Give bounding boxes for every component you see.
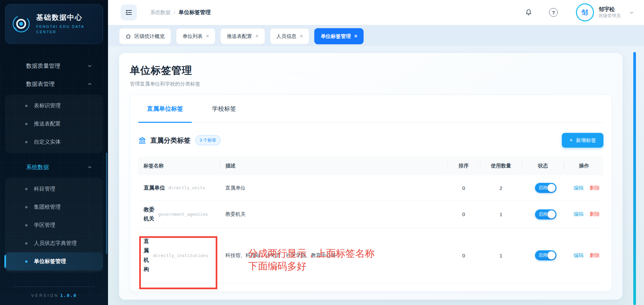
tab-label: 直属单位标签 [147,105,183,113]
add-tag-button[interactable]: + 新增标签 [562,133,603,148]
toggle-knob [547,251,555,259]
app-logo: 基础数据中心 FENGTAI EDU DATA CENTER [5,4,103,44]
chevron-down-icon[interactable] [629,10,634,15]
delete-button[interactable]: 删除 [590,185,600,191]
user-name: 邹宇松 [599,6,621,13]
breadcrumb-parent[interactable]: 系统数据 [150,9,170,16]
close-icon[interactable]: × [300,33,303,39]
sidebar-item-system-data[interactable]: 系统数据 [0,159,108,175]
page-subtitle: 管理直属单位和学校的分类标签 [130,81,612,87]
plus-icon: + [569,137,573,144]
bullet-icon [25,242,28,245]
cell-tag-name: 直属单位 directly_units [138,184,220,192]
col-header-sort: 排序 [447,156,480,175]
cell-actions: 编辑 删除 [564,211,604,217]
sidebar-item-unit-tags[interactable]: 单位标签管理 [5,252,103,270]
cell-sort: 0 [447,253,480,258]
status-label: 启用 [539,185,547,191]
sidebar-item-label: 单位标签管理 [34,258,66,265]
tag-code: government_agencies [158,212,208,217]
tab-push-config[interactable]: 推送表配置 × [220,28,265,44]
tab-label: 单位标签管理 [321,33,351,40]
toggle-knob [547,210,555,218]
tag-code: directly_institutions [153,253,208,258]
bullet-icon [25,123,28,125]
breadcrumb-current: 单位标签管理 [178,9,211,16]
notification-bell-button[interactable] [525,9,532,16]
chevron-down-icon [88,64,92,68]
toggle-knob [547,184,555,192]
cell-usage: 1 [480,253,522,258]
version-info: VERSION 1.0.0 [0,287,108,305]
breadcrumb: 系统数据 / 单位标签管理 [150,9,211,16]
tab-label: 区级统计概览 [135,33,165,40]
delete-button[interactable]: 删除 [590,211,600,217]
table-row: 直属单位 directly_units 直属单位 0 2 启用 [138,175,603,201]
edit-button[interactable]: 编辑 [574,185,584,191]
tag-code: directly_units [168,185,205,190]
tab-label: 人员信息 [276,33,297,40]
cell-desc: 教委机关 [220,211,447,217]
version-label: VERSION [31,293,59,298]
user-role: 区级管理员 [599,13,621,19]
tab-unit-tags[interactable]: 单位标签管理 × [314,28,364,44]
tag-count-badge: 3 个标签 [195,135,221,145]
table-row: 直属机构 directly_institutions 科技馆、科技站、少年宫、社… [138,228,603,283]
edit-button[interactable]: 编辑 [574,211,584,217]
status-toggle[interactable]: 启用 [535,250,556,260]
avatar[interactable]: 邹 [576,3,594,21]
tag-name: 直属机构 [144,237,150,274]
page-card: 单位标签管理 管理直属单位和学校的分类标签 直属单位标签 学校标签 [119,53,623,300]
cell-status: 启用 [522,183,564,193]
tab-direct-unit-tags[interactable]: 直属单位标签 [138,95,192,122]
bank-icon [138,136,146,144]
logo-icon [11,14,31,34]
tab-school-tags[interactable]: 学校标签 [203,95,245,122]
sidebar-item-table-ident[interactable]: 表标识管理 [5,97,103,115]
table-row: 教委机关 government_agencies 教委机关 0 1 启用 [138,201,603,228]
help-button[interactable]: ? [549,8,558,17]
version-number: 1.0.0 [60,293,77,298]
sidebar-item-label: 自定义实体 [34,139,61,146]
user-menu[interactable]: 邹宇松 区级管理员 [599,6,621,19]
close-icon[interactable]: × [354,33,357,39]
top-actions: ? 邹 邹宇松 区级管理员 [525,3,634,21]
tab-unit-list[interactable]: 单位列表 × [176,28,215,44]
sidebar-item-push-config[interactable]: 推送表配置 [5,115,103,133]
sidebar-item-person-status-dict[interactable]: 人员状态字典管理 [5,234,103,252]
submenu-data-tables: 表标识管理 推送表配置 自定义实体 [5,95,103,153]
edit-button[interactable]: 编辑 [574,252,584,258]
tab-district-overview[interactable]: 区级统计概览 [119,28,171,44]
section-title: 直属分类标签 [150,136,191,145]
sidebar-item-school-districts[interactable]: 学区管理 [5,216,103,234]
sidebar-item-custom-entity[interactable]: 自定义实体 [5,133,103,151]
tags-table: 标签名称 描述 排序 使用数量 状态 操作 直属单位 directly_unit… [138,156,603,283]
close-icon[interactable]: × [206,33,209,39]
delete-button[interactable]: 删除 [590,252,600,258]
tab-label: 推送表配置 [227,33,252,40]
bullet-icon [25,206,28,208]
sidebar: 基础数据中心 FENGTAI EDU DATA CENTER 数据质量管理 数据… [0,0,108,305]
main-area: 系统数据 / 单位标签管理 ? 邹 邹宇松 区级管理员 [108,0,644,305]
add-tag-label: 新增标签 [576,137,596,144]
status-toggle[interactable]: 启用 [535,183,556,193]
tags-card: 直属单位标签 学校标签 [130,95,612,292]
sidebar-item-subjects[interactable]: 科目管理 [5,180,103,198]
tab-person-info[interactable]: 人员信息 × [270,28,309,44]
sidebar-scrollbar[interactable] [106,153,107,254]
close-icon[interactable]: × [255,33,258,39]
cell-tag-name: 直属机构 directly_institutions [138,237,220,274]
sidebar-item-data-tables[interactable]: 数据表管理 [0,76,108,92]
section-header: 直属分类标签 3 个标签 + 新增标签 [138,133,603,148]
sidebar-item-group-schools[interactable]: 集团校管理 [5,198,103,216]
sidebar-item-data-quality[interactable]: 数据质量管理 [0,58,108,74]
col-header-name: 标签名称 [138,156,220,175]
collapse-sidebar-button[interactable] [121,4,137,20]
chevron-up-icon [88,82,92,86]
status-toggle[interactable]: 启用 [535,209,556,219]
page-scrollbar[interactable] [633,52,636,305]
content-area: 单位标签管理 管理直属单位和学校的分类标签 直属单位标签 学校标签 [108,46,644,305]
col-header-desc: 描述 [220,156,447,175]
home-icon [125,34,131,39]
cell-usage: 1 [480,211,522,217]
